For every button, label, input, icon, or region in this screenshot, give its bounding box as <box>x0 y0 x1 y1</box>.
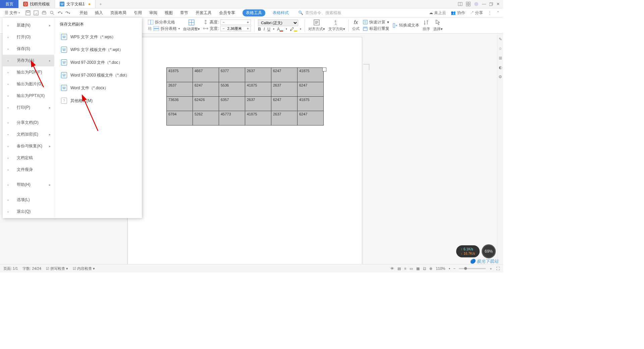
minimize-icon[interactable]: — <box>482 2 486 6</box>
sort-button[interactable]: 排序 <box>423 19 430 32</box>
file-menu-pptx[interactable]: ▫输出为PPTX(X) <box>3 90 54 102</box>
underline-button[interactable]: U <box>267 27 270 32</box>
sidebar-icon[interactable]: ⊞ <box>499 56 502 60</box>
undo-icon[interactable]: ↶▾ <box>58 10 62 15</box>
fullscreen-icon[interactable]: ⛶ <box>496 266 500 270</box>
eye-icon[interactable]: 👁 <box>390 266 394 270</box>
height-spinner[interactable]: −+ <box>220 19 251 25</box>
font-color-button[interactable]: A <box>277 27 283 32</box>
tab-layout[interactable]: 页面布局 <box>110 10 126 16</box>
saveas-icon[interactable] <box>34 10 39 15</box>
formula-button[interactable]: fx公式 <box>352 19 360 31</box>
maximize-icon[interactable] <box>489 2 493 6</box>
tab-home[interactable]: 首页 <box>0 0 18 8</box>
close-icon[interactable]: ✕ <box>496 2 500 6</box>
table-handle[interactable] <box>322 67 326 71</box>
file-menu-button[interactable]: ☰ 文件 ▾ <box>3 9 21 16</box>
table-cell[interactable]: 6784 <box>167 111 193 126</box>
file-menu-help[interactable]: ▫帮助(H)▸ <box>3 179 54 191</box>
zoom-out[interactable]: − <box>453 266 455 270</box>
quickcalc-button[interactable]: 快速计算▾ <box>363 19 389 25</box>
table-cell[interactable]: 2637 <box>245 97 271 111</box>
table-cell[interactable]: 62426 <box>193 97 219 111</box>
file-menu-share[interactable]: ▫分享文档(D) <box>3 117 54 129</box>
save-icon[interactable] <box>25 10 31 15</box>
to-text-button[interactable]: 转换成文本 <box>393 22 419 28</box>
tab-table-style[interactable]: 表格样式 <box>273 10 289 16</box>
file-menu-final[interactable]: ▫文档定稿 <box>3 152 54 164</box>
redo-icon[interactable]: ↷▾ <box>65 10 70 15</box>
bold-button[interactable]: B <box>258 27 261 32</box>
autofit-button[interactable]: 自动调整▾ <box>183 19 200 32</box>
saveas-format-option[interactable]: WWord 文件（*.docx） <box>60 82 137 94</box>
view-outline-icon[interactable]: ≡ <box>404 266 406 270</box>
italic-button[interactable]: I <box>264 27 265 32</box>
tab-start[interactable]: 开始 <box>79 10 88 16</box>
command-search[interactable]: 🔍 查找命令、搜索模板 <box>298 10 341 16</box>
spellcheck-toggle[interactable]: ☑ 拼写检查 ▾ <box>46 266 68 271</box>
table-cell[interactable]: 2637 <box>245 68 271 82</box>
table-cell[interactable]: 41875 <box>245 82 271 97</box>
saveas-format-option[interactable]: WWord 97-2003 模板文件（*.dot） <box>60 69 137 82</box>
table-cell[interactable]: 6357 <box>219 97 245 111</box>
tab-table-tools[interactable]: 表格工具 <box>243 9 265 16</box>
tab-devtools[interactable]: 开发工具 <box>196 10 212 16</box>
file-menu-new[interactable]: ▫新建(N)▸ <box>3 19 54 31</box>
sidebar-icon[interactable]: ◐ <box>499 65 502 70</box>
table-cell[interactable]: 45773 <box>219 111 245 126</box>
layout-icon[interactable] <box>458 2 463 6</box>
table-cell[interactable]: 5536 <box>219 82 245 97</box>
saveas-format-option[interactable]: ?其他格式(M) <box>60 94 137 107</box>
tab-chapter[interactable]: 章节 <box>180 10 188 16</box>
highlight-button[interactable]: 🖍 <box>290 27 297 32</box>
file-menu-pdf[interactable]: ▫输出为PDF(F) <box>3 66 54 78</box>
view-read-icon[interactable]: ▦ <box>416 266 420 271</box>
collab-button[interactable]: 👥 协作 <box>451 10 465 16</box>
font-select[interactable]: Calibri (正文) <box>258 19 298 26</box>
text-direction-button[interactable]: lİA文字方向▾ <box>328 19 345 32</box>
table-cell[interactable]: 6247 <box>193 82 219 97</box>
file-menu-options[interactable]: ▫选项(L) <box>3 194 54 206</box>
file-menu-open[interactable]: ▫打开(O) <box>3 31 54 43</box>
file-menu-save[interactable]: ▫保存(S) <box>3 43 54 55</box>
grid-icon[interactable] <box>466 2 471 6</box>
tab-references[interactable]: 引用 <box>134 10 142 16</box>
cloud-status[interactable]: ☁ 未上云 <box>429 10 446 16</box>
more-icon[interactable]: ⋮ <box>488 10 492 15</box>
repeat-header-button[interactable]: 标题行重复 <box>363 26 389 32</box>
tab-member[interactable]: 会员专享 <box>219 10 235 16</box>
file-menu-encrypt[interactable]: ▫文档加密(E)▸ <box>3 129 54 140</box>
sidebar-icon[interactable]: ⚙ <box>498 74 502 79</box>
skin-icon[interactable] <box>474 2 479 6</box>
saveas-format-option[interactable]: WWPS 文字 文件（*.wps） <box>60 31 137 43</box>
table-cell[interactable]: 73636 <box>167 97 193 111</box>
tab-document[interactable]: W 文字文稿1 ● <box>55 0 96 8</box>
table-cell[interactable]: 5262 <box>193 111 219 126</box>
saveas-format-option[interactable]: WWPS 文字 模板文件（*.wpt） <box>60 43 137 56</box>
table-cell[interactable]: 4667 <box>193 68 219 82</box>
sidebar-icon[interactable]: ✎ <box>499 37 502 42</box>
file-menu-backup[interactable]: ▫备份与恢复(K)▸ <box>3 140 54 152</box>
table-cell[interactable]: 41875 <box>167 68 193 82</box>
file-menu-print[interactable]: ▫打印(P)▸ <box>3 102 54 113</box>
zoom-value[interactable]: 110% <box>436 266 445 270</box>
table-cell[interactable]: 2637 <box>271 111 298 126</box>
align-button[interactable]: 对齐方式▾ <box>308 19 325 32</box>
select-button[interactable]: 选择▾ <box>433 19 443 32</box>
contentcheck-toggle[interactable]: ☑ 内容检查 ▾ <box>73 266 95 271</box>
print-icon[interactable] <box>42 10 47 15</box>
zoom-slider[interactable] <box>459 268 486 269</box>
share-button[interactable]: ↗ 分享 <box>470 10 483 16</box>
file-menu-slim[interactable]: ▫文件瘦身 <box>3 164 54 176</box>
collapse-ribbon-icon[interactable]: ⌃ <box>496 10 500 15</box>
view-page-icon[interactable]: ▤ <box>397 266 401 271</box>
sidebar-icon[interactable]: ☆ <box>498 46 502 51</box>
saveas-format-option[interactable]: WWord 97-2003 文件（*.doc） <box>60 56 137 69</box>
file-menu-img[interactable]: ▫输出为图片(G) <box>3 78 54 90</box>
preview-icon[interactable] <box>50 10 55 15</box>
view-web-icon[interactable]: ▭ <box>410 266 413 271</box>
table-cell[interactable]: 6377 <box>219 68 245 82</box>
split-table-button[interactable]: 格 拆分表格▾ <box>148 26 180 32</box>
table-cell[interactable]: 41875 <box>298 68 324 82</box>
table-cell[interactable]: 6247 <box>271 97 298 111</box>
